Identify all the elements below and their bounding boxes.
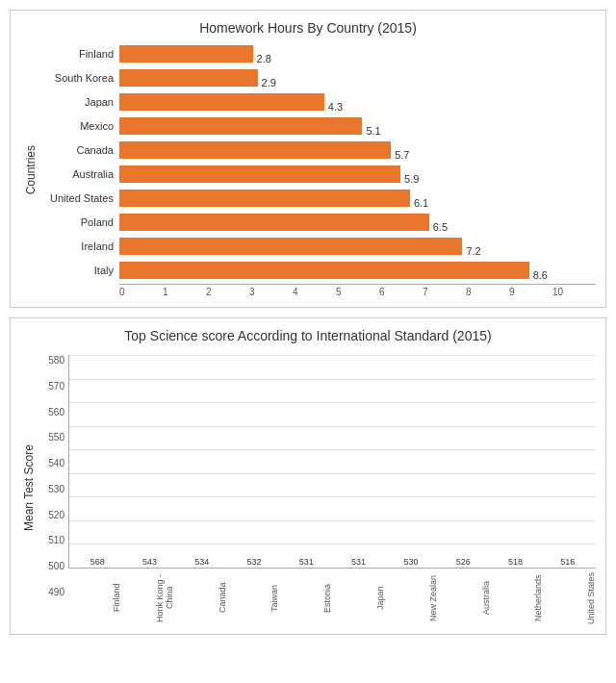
v-y-tick: 520 bbox=[48, 510, 64, 520]
h-bar-label: Ireland bbox=[38, 240, 119, 252]
chart2-y-axis: 580570560550540530520510500490 bbox=[36, 355, 68, 624]
h-bar-track: 7.2 bbox=[119, 238, 596, 255]
h-bar-fill bbox=[119, 238, 462, 255]
v-bar-col: 543 bbox=[123, 557, 175, 568]
h-bar-row: Finland2.8 bbox=[38, 43, 596, 64]
h-x-tick: 4 bbox=[293, 287, 336, 297]
v-x-label: Japan bbox=[332, 571, 385, 624]
v-x-label: Estonia bbox=[279, 571, 332, 624]
chart2-y-label: Mean Test Score bbox=[20, 351, 36, 624]
h-bar-value: 2.8 bbox=[257, 53, 271, 64]
chart2-area: 568543534532531531530526518516 FinlandHo… bbox=[68, 355, 596, 624]
v-bar-col: 516 bbox=[542, 557, 594, 568]
v-x-label: New Zealan bbox=[385, 571, 438, 624]
h-bar-value: 6.1 bbox=[414, 197, 428, 209]
h-bar-fill bbox=[119, 117, 362, 135]
chart1-container: Homework Hours By Country (2015) Countri… bbox=[10, 10, 606, 308]
h-bar-fill bbox=[119, 45, 253, 63]
v-y-tick: 540 bbox=[48, 458, 64, 468]
h-bar-label: Australia bbox=[38, 168, 119, 180]
h-bar-fill bbox=[119, 214, 429, 231]
v-bar-col: 518 bbox=[489, 557, 541, 568]
h-x-tick: 1 bbox=[163, 287, 206, 297]
h-bar-value: 5.9 bbox=[404, 173, 419, 185]
v-x-label: Australia bbox=[438, 571, 491, 624]
v-bar-value-label: 543 bbox=[142, 557, 157, 567]
h-bar-track: 8.6 bbox=[119, 262, 596, 279]
h-bar-value: 6.5 bbox=[433, 221, 448, 233]
h-bar-value: 4.3 bbox=[328, 101, 343, 113]
v-bar-value-label: 518 bbox=[508, 557, 523, 567]
v-bar-col: 568 bbox=[71, 557, 123, 568]
v-bar-col: 526 bbox=[437, 557, 489, 568]
chart2-x-labels: FinlandHonk Kong - ChinaCanadaTaiwanEsto… bbox=[68, 569, 596, 624]
v-bar-value-label: 531 bbox=[299, 557, 314, 567]
h-bar-label: Japan bbox=[38, 96, 119, 108]
v-y-tick: 500 bbox=[48, 561, 64, 571]
h-bar-fill bbox=[119, 262, 529, 279]
v-y-tick: 580 bbox=[48, 355, 64, 366]
h-bar-label: Canada bbox=[38, 144, 119, 156]
h-bar-row: Mexico5.1 bbox=[38, 115, 596, 137]
chart1-wrapper: Countries Finland2.8South Korea2.9Japan4… bbox=[20, 43, 596, 297]
h-bar-label: Finland bbox=[38, 48, 119, 60]
v-x-label: Taiwan bbox=[226, 571, 279, 624]
chart2-container: Top Science score According to Internati… bbox=[10, 317, 606, 635]
h-bar-track: 4.3 bbox=[119, 93, 596, 111]
v-x-label: Honk Kong - China bbox=[121, 571, 174, 624]
h-bar-row: United States6.1 bbox=[38, 188, 596, 209]
h-x-tick: 8 bbox=[466, 287, 509, 297]
h-bar-row: Italy8.6 bbox=[38, 260, 596, 281]
chart1-y-label: Countries bbox=[20, 145, 38, 194]
v-y-tick: 510 bbox=[48, 535, 64, 545]
h-bar-track: 5.7 bbox=[119, 141, 596, 159]
h-bar-fill bbox=[119, 165, 400, 183]
h-x-tick: 10 bbox=[552, 287, 596, 297]
h-bar-fill bbox=[119, 190, 410, 207]
chart2-bars-row: 568543534532531531530526518516 bbox=[68, 355, 596, 569]
v-bar-value-label: 532 bbox=[247, 557, 262, 567]
v-bar-value-label: 531 bbox=[351, 557, 366, 567]
v-bar-col: 531 bbox=[280, 557, 332, 568]
h-bar-fill bbox=[119, 93, 324, 111]
v-y-tick: 560 bbox=[48, 407, 64, 417]
h-bar-track: 2.9 bbox=[119, 69, 596, 87]
h-bar-value: 5.1 bbox=[366, 125, 380, 137]
chart2-chart-wrapper: 580570560550540530520510500490 568543534… bbox=[36, 355, 596, 624]
h-x-tick: 3 bbox=[249, 287, 293, 297]
v-x-label: United States bbox=[543, 571, 596, 624]
h-bar-label: United States bbox=[38, 192, 119, 204]
h-bar-row: Canada5.7 bbox=[38, 139, 596, 161]
h-bar-fill bbox=[119, 69, 258, 87]
h-x-tick: 2 bbox=[206, 287, 249, 297]
h-bar-label: Mexico bbox=[38, 120, 119, 132]
h-bar-row: Japan4.3 bbox=[38, 91, 596, 113]
h-x-tick: 9 bbox=[509, 287, 552, 297]
h-bar-value: 8.6 bbox=[533, 269, 548, 281]
h-bar-value: 7.2 bbox=[466, 245, 480, 257]
h-x-tick: 5 bbox=[336, 287, 379, 297]
h-bar-label: Poland bbox=[38, 216, 119, 228]
chart2-wrapper: Mean Test Score 580570560550540530520510… bbox=[20, 351, 596, 624]
h-bar-label: Italy bbox=[38, 265, 119, 276]
v-x-label: Netherlands bbox=[490, 571, 543, 624]
v-x-label: Finland bbox=[68, 571, 121, 624]
v-bar-col: 532 bbox=[228, 557, 280, 568]
h-x-tick: 0 bbox=[119, 287, 163, 297]
v-x-label: Canada bbox=[174, 571, 227, 624]
h-bar-value: 2.9 bbox=[262, 77, 276, 89]
chart2-title: Top Science score According to Internati… bbox=[20, 328, 596, 343]
v-y-tick: 550 bbox=[48, 432, 64, 443]
v-bar-col: 530 bbox=[385, 557, 437, 568]
h-bar-track: 5.1 bbox=[119, 117, 596, 135]
v-bar-col: 534 bbox=[176, 557, 228, 568]
h-bar-value: 5.7 bbox=[395, 149, 409, 161]
v-bar-value-label: 516 bbox=[560, 557, 575, 567]
v-bar-value-label: 534 bbox=[194, 557, 209, 567]
h-bar-track: 6.5 bbox=[119, 214, 596, 231]
chart1-inner: Finland2.8South Korea2.9Japan4.3Mexico5.… bbox=[38, 43, 596, 297]
h-bar-row: Poland6.5 bbox=[38, 212, 596, 233]
h-x-tick: 6 bbox=[379, 287, 423, 297]
chart1-title: Homework Hours By Country (2015) bbox=[20, 20, 596, 36]
h-x-axis: 012345678910 bbox=[119, 284, 596, 297]
